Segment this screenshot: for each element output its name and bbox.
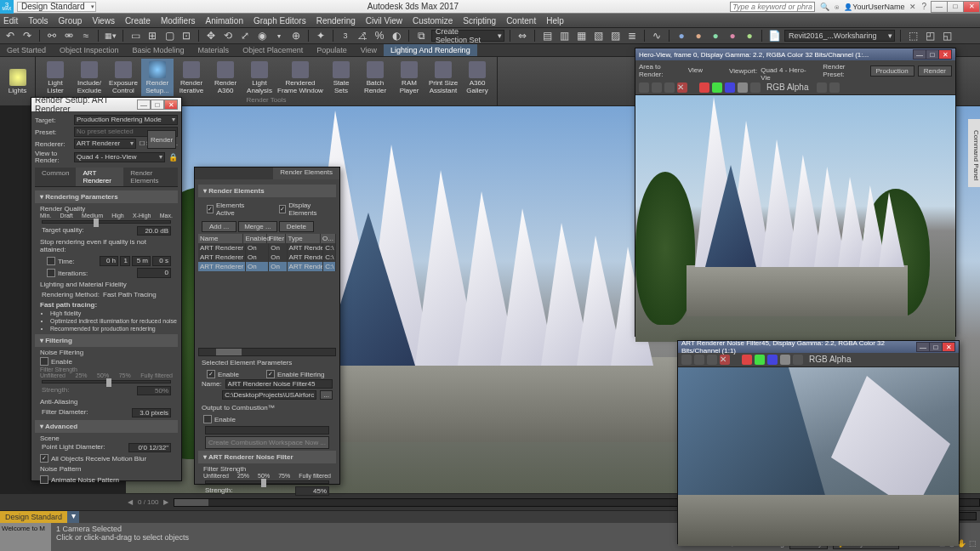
- render-a360-button[interactable]: RenderA360: [209, 59, 242, 96]
- element-name-input[interactable]: [225, 379, 333, 389]
- help-icon[interactable]: ?: [921, 2, 926, 11]
- time-check[interactable]: Time:: [42, 256, 80, 266]
- anglesnap-icon[interactable]: ⦨: [356, 29, 369, 43]
- exposure-control-button[interactable]: ExposureControl: [107, 59, 140, 96]
- production-button[interactable]: Production: [870, 65, 914, 77]
- menu-help[interactable]: Help: [546, 16, 564, 26]
- sec-filtering[interactable]: ▾ Filtering: [35, 334, 178, 347]
- rf2-copy-icon[interactable]: [694, 355, 704, 365]
- refcoord-icon[interactable]: ▾: [272, 29, 286, 43]
- selectrect-icon[interactable]: ▢: [162, 29, 176, 43]
- align3-icon[interactable]: ▦: [574, 29, 588, 43]
- user-menu[interactable]: YourUserName: [844, 3, 904, 11]
- merge-button[interactable]: Merge ...: [238, 221, 277, 232]
- target-quality-field[interactable]: 20.0 dB: [137, 226, 171, 236]
- rf-clone-icon[interactable]: [664, 82, 675, 93]
- rf2-max[interactable]: □: [929, 342, 943, 352]
- menu-civilview[interactable]: Civil View: [366, 16, 402, 26]
- rf2-mono-icon[interactable]: [793, 355, 803, 365]
- menu-group[interactable]: Group: [59, 16, 83, 26]
- rf1-close[interactable]: ✕: [938, 49, 952, 60]
- exchange-icon[interactable]: ✕: [909, 3, 916, 11]
- rf-mono-icon[interactable]: [750, 82, 761, 93]
- spinsnap-icon[interactable]: ◐: [390, 29, 403, 43]
- pld-field[interactable]: 0'0 12/32": [128, 443, 171, 452]
- target-select[interactable]: Production Rendering Mode: [74, 115, 178, 125]
- app-logo-icon[interactable]: 3MAX: [0, 0, 14, 14]
- view-select[interactable]: Quad 4 - Hero-View: [74, 152, 165, 162]
- tab-common[interactable]: Common: [35, 168, 76, 186]
- rf2-g-icon[interactable]: [755, 355, 765, 365]
- tab-view[interactable]: View: [354, 44, 384, 56]
- rf2-save-icon[interactable]: [681, 355, 692, 365]
- selset-icon[interactable]: ⧉: [414, 29, 428, 43]
- rf2-r-icon[interactable]: [742, 355, 752, 365]
- rf2-min[interactable]: —: [916, 342, 930, 352]
- command-panel-tab[interactable]: Command Panel: [968, 119, 980, 187]
- renderer-select[interactable]: ART Renderer: [74, 139, 136, 149]
- selection-set-field[interactable]: Create Selection Set: [431, 30, 504, 42]
- workspace-menu-icon[interactable]: ▾: [67, 511, 79, 523]
- element-path-input[interactable]: [222, 390, 316, 400]
- rf2-channel-select[interactable]: RGB Alpha: [809, 355, 852, 363]
- signin-icon[interactable]: ⍟: [835, 3, 839, 11]
- sep-filter-check[interactable]: Enable Filtering: [261, 369, 330, 379]
- viewport-select[interactable]: Quad 4 - Hero-Vie: [761, 66, 811, 75]
- sec-advanced[interactable]: ▾ Advanced: [35, 420, 178, 433]
- search-icon[interactable]: 🔍: [820, 3, 829, 11]
- menu-animation[interactable]: Animation: [205, 16, 242, 26]
- elements-active-check[interactable]: Elements Active: [202, 201, 257, 218]
- tab-materials[interactable]: Materials: [191, 44, 236, 56]
- selectname-icon[interactable]: ⊞: [145, 29, 159, 43]
- tab-art[interactable]: ART Renderer: [76, 168, 123, 186]
- tab-lighting[interactable]: Lighting And Rendering: [384, 44, 477, 56]
- iter-check[interactable]: Iterations:: [42, 268, 93, 278]
- select-icon[interactable]: ▭: [128, 29, 142, 43]
- animatenoise-check[interactable]: Animate Noise Pattern: [35, 474, 178, 485]
- ram-player-button[interactable]: RAMPlayer: [393, 59, 425, 96]
- dlg-min-icon[interactable]: —: [137, 99, 151, 110]
- printsize-button[interactable]: Print SizeAssistant: [427, 59, 459, 96]
- create-combustion-button[interactable]: Create Combustion Workspace Now ...: [205, 436, 329, 449]
- light-lister-button[interactable]: LightLister: [39, 59, 71, 96]
- rf2-close[interactable]: ✕: [942, 342, 955, 352]
- tab-basicmod[interactable]: Basic Modeling: [126, 44, 191, 56]
- menu-create[interactable]: Create: [125, 16, 151, 26]
- iter-field[interactable]: 0: [137, 268, 171, 278]
- filter-diameter-field[interactable]: 3.0 pixels: [132, 408, 171, 418]
- menu-rendering[interactable]: Rendering: [316, 16, 356, 26]
- delete-button[interactable]: Delete: [279, 221, 314, 232]
- redo-icon[interactable]: ↷: [20, 29, 34, 43]
- tab-objinsp[interactable]: Object Inspection: [53, 44, 126, 56]
- anf-slider[interactable]: [205, 480, 329, 484]
- strength-field[interactable]: 50%: [137, 386, 171, 395]
- channel-select[interactable]: RGB Alpha: [766, 82, 809, 91]
- display-elements-check[interactable]: Display Elements: [274, 201, 333, 218]
- align4-icon[interactable]: ▧: [591, 29, 605, 43]
- tab-objplace[interactable]: Object Placement: [236, 44, 310, 56]
- align2-icon[interactable]: ▥: [557, 29, 571, 43]
- menu-graph[interactable]: Graph Editors: [254, 16, 306, 26]
- a360-gallery-button[interactable]: A360Gallery: [461, 59, 493, 96]
- anf-section[interactable]: ▾ ART Renderer Noise Filter: [198, 451, 336, 463]
- move-icon[interactable]: ✥: [204, 29, 218, 43]
- render-iterative-button[interactable]: RenderIterative: [175, 59, 208, 96]
- mat-icon[interactable]: ●: [675, 29, 688, 43]
- filter-strength-slider[interactable]: [42, 380, 171, 383]
- link-icon[interactable]: ⚯: [45, 29, 59, 43]
- rf-g-icon[interactable]: [712, 82, 722, 93]
- ext1-icon[interactable]: ⬚: [906, 29, 920, 43]
- rf-copy-icon[interactable]: [652, 82, 662, 93]
- rf-render-button[interactable]: Render: [918, 65, 952, 77]
- rendered-frame-button[interactable]: RenderedFrame Window: [277, 59, 323, 96]
- menu-customize[interactable]: Customize: [413, 16, 453, 26]
- mat4-icon[interactable]: ●: [726, 29, 739, 43]
- selectfilter-icon[interactable]: ▦▾: [104, 29, 117, 43]
- add-button[interactable]: Add ...: [202, 221, 236, 232]
- rf-r-icon[interactable]: [699, 82, 709, 93]
- render-setup-button[interactable]: RenderSetup...: [141, 59, 174, 96]
- placement-icon[interactable]: ◉: [255, 29, 269, 43]
- rf2-clear-icon[interactable]: ✕: [720, 355, 730, 365]
- render-method-select[interactable]: Fast Path Tracing: [103, 291, 171, 299]
- bind-icon[interactable]: ≈: [79, 29, 93, 43]
